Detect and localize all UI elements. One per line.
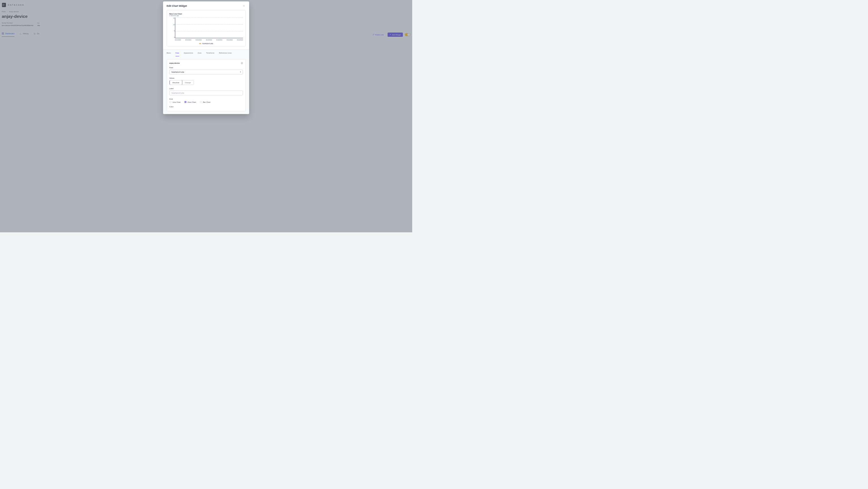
preview-subtitle: 2 seconds ago — [169, 15, 243, 17]
x-tick: 8/15/2023 — [185, 39, 191, 41]
modal-tabs: Basic Data Appearance Axes Timeframe Ref… — [163, 50, 249, 56]
kind-area-radio[interactable]: Area Chart — [184, 101, 196, 103]
modal-title: Edit Chart Widget — [167, 4, 187, 7]
radio-icon — [169, 101, 172, 103]
kind-radio-group: Line Chart Area Chart Bar Chart — [169, 101, 243, 103]
x-tick: 8/16/2023 — [216, 39, 222, 41]
legend-text: TEMPERATURE — [202, 43, 213, 44]
y-tick: 5 — [174, 30, 175, 32]
y-tick: 15 — [173, 18, 175, 19]
select-arrows-icon: ▲▼ — [240, 71, 241, 73]
x-tick: 8/15/2023 — [196, 39, 202, 41]
modal-tab-reference-lines[interactable]: Reference Lines — [219, 50, 231, 56]
svg-point-18 — [200, 43, 201, 44]
chart-grid — [175, 18, 243, 38]
close-icon[interactable] — [242, 4, 245, 7]
field-select[interactable]: TEMPERATURE ▲▼ — [169, 70, 243, 75]
label-input[interactable] — [169, 91, 243, 96]
legend-marker-icon — [199, 43, 201, 44]
x-tick: 8/15/2023 — [175, 39, 181, 41]
x-tick: 8/16/2023 — [237, 39, 243, 41]
data-series-card: anjay-device Field TEMPERATURE ▲▼ Values… — [167, 59, 246, 111]
label-label: Label — [169, 88, 243, 90]
modal-tab-axes[interactable]: Axes — [197, 50, 202, 56]
y-tick: 0 — [174, 37, 175, 38]
x-tick: 8/15/2023 — [206, 39, 212, 41]
radio-icon — [184, 101, 187, 103]
values-label: Values — [169, 77, 243, 79]
kind-bar-radio[interactable]: Bar Chart — [200, 101, 211, 103]
modal-tab-basic[interactable]: Basic — [167, 50, 171, 56]
kind-area-label: Area Chart — [188, 101, 196, 103]
remove-series-icon[interactable] — [241, 62, 243, 64]
y-tick: 10 — [173, 24, 175, 26]
values-absolute[interactable]: Absolute — [169, 80, 182, 85]
chart-canvas: 15 10 5 0 8/15/2023 8/15/2023 8/15/2023 … — [173, 18, 243, 42]
edit-widget-modal: Edit Chart Widget New Line Chart 2 secon… — [163, 1, 249, 114]
kind-line-radio[interactable]: Line Chart — [169, 101, 181, 103]
color-label: Color — [169, 105, 243, 107]
kind-bar-label: Bar Chart — [203, 101, 210, 103]
field-label: Field — [169, 66, 243, 68]
preview-title: New Line Chart — [169, 13, 243, 15]
modal-tab-data[interactable]: Data — [176, 50, 179, 56]
values-change[interactable]: Change — [182, 80, 194, 85]
radio-icon — [200, 101, 202, 103]
field-select-value: TEMPERATURE — [171, 71, 184, 73]
values-segmented: Absolute Change — [169, 80, 194, 85]
modal-overlay: Edit Chart Widget New Line Chart 2 secon… — [0, 0, 412, 232]
chart-x-axis: 8/15/2023 8/15/2023 8/15/2023 8/15/2023 … — [175, 39, 243, 41]
chart-y-axis: 15 10 5 0 — [172, 18, 175, 38]
series-device-name: anjay-device — [169, 62, 180, 64]
x-tick: 8/16/2023 — [227, 39, 233, 41]
chart-preview: New Line Chart 2 seconds ago 15 10 5 0 8… — [167, 10, 246, 46]
kind-label: Kind — [169, 98, 243, 100]
kind-line-label: Line Chart — [173, 101, 180, 103]
modal-tab-timeframe[interactable]: Timeframe — [206, 50, 214, 56]
chart-legend: TEMPERATURE — [169, 43, 243, 44]
modal-tab-appearance[interactable]: Appearance — [184, 50, 193, 56]
